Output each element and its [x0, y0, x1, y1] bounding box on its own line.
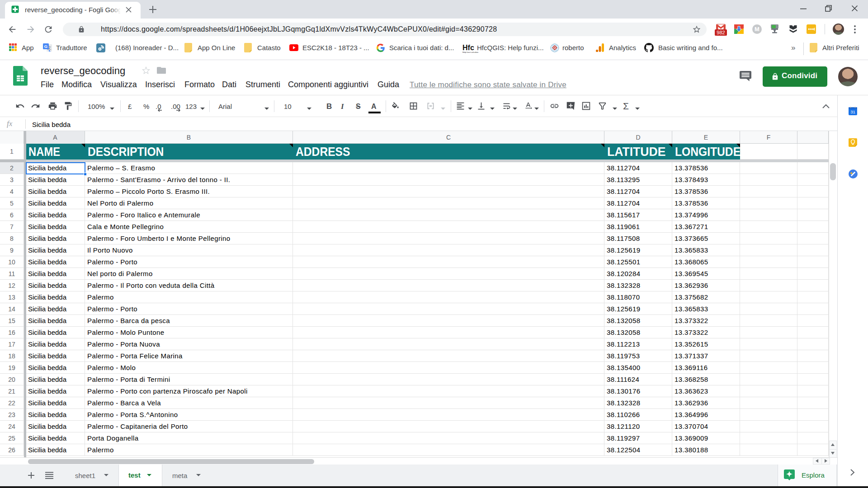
svg-text:G: G [44, 44, 47, 49]
svg-text:31: 31 [850, 109, 855, 114]
